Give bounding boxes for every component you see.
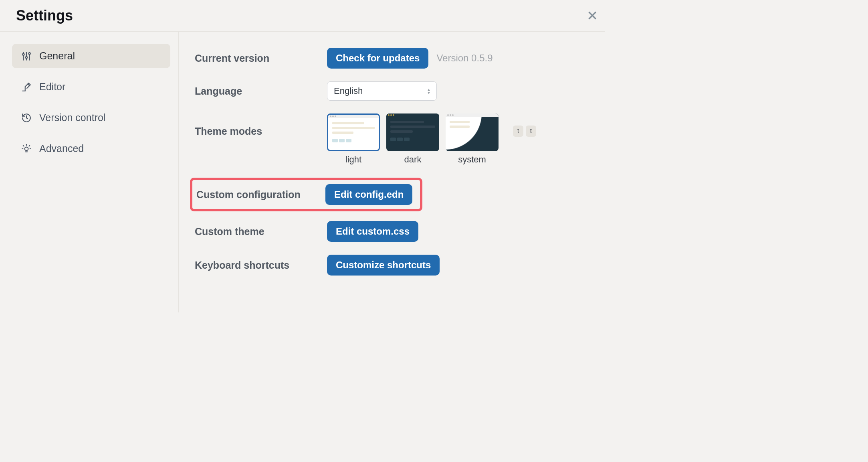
- sidebar-item-editor[interactable]: Editor: [12, 75, 170, 99]
- svg-line-13: [29, 145, 30, 146]
- lightbulb-icon: [21, 143, 32, 154]
- shortcut-badge-1: t: [513, 126, 523, 137]
- settings-sidebar: General Editor Version control: [0, 32, 179, 312]
- svg-point-8: [25, 147, 28, 150]
- theme-label-dark: dark: [404, 154, 422, 165]
- edit-custom-css-button[interactable]: Edit custom.css: [327, 221, 418, 242]
- theme-shortcut-badges: t t: [513, 126, 536, 137]
- theme-option-light[interactable]: light: [327, 113, 380, 165]
- settings-main: Current version Check for updates Versio…: [179, 32, 605, 312]
- page-title: Settings: [16, 7, 73, 24]
- svg-line-7: [26, 118, 28, 119]
- sidebar-item-label: Version control: [39, 112, 105, 124]
- close-icon[interactable]: ✕: [587, 8, 601, 24]
- language-select[interactable]: English ▴▾: [327, 81, 437, 101]
- shortcut-badge-2: t: [526, 126, 536, 137]
- theme-modes-group: light dark system: [327, 113, 536, 165]
- label-custom-theme: Custom theme: [195, 226, 327, 237]
- row-keyboard-shortcuts: Keyboard shortcuts Customize shortcuts: [195, 255, 589, 276]
- customize-shortcuts-button[interactable]: Customize shortcuts: [327, 255, 440, 276]
- pencil-icon: [21, 81, 32, 93]
- check-updates-button[interactable]: Check for updates: [327, 48, 428, 69]
- sidebar-item-general[interactable]: General: [12, 44, 170, 68]
- theme-label-light: light: [345, 154, 361, 165]
- sidebar-item-label: Advanced: [39, 143, 84, 154]
- version-text: Version 0.5.9: [436, 53, 493, 64]
- row-theme-modes: Theme modes light dark: [195, 113, 589, 165]
- row-language: Language English ▴▾: [195, 81, 589, 101]
- sliders-icon: [21, 51, 32, 62]
- row-custom-theme: Custom theme Edit custom.css: [195, 221, 589, 242]
- edit-config-button[interactable]: Edit config.edn: [325, 184, 412, 205]
- svg-point-5: [28, 53, 30, 54]
- highlight-custom-config: Custom configuration Edit config.edn: [190, 178, 422, 211]
- history-icon: [21, 112, 32, 124]
- sidebar-item-advanced[interactable]: Advanced: [12, 136, 170, 161]
- sidebar-item-label: Editor: [39, 81, 65, 93]
- row-current-version: Current version Check for updates Versio…: [195, 48, 589, 69]
- theme-option-system[interactable]: system: [446, 113, 499, 165]
- settings-content: General Editor Version control: [0, 32, 605, 312]
- theme-option-dark[interactable]: dark: [386, 113, 439, 165]
- select-arrows-icon: ▴▾: [428, 88, 430, 94]
- theme-preview-light: [327, 113, 380, 151]
- label-theme-modes: Theme modes: [195, 126, 327, 137]
- settings-header: Settings ✕: [0, 0, 605, 32]
- sidebar-item-version-control[interactable]: Version control: [12, 105, 170, 130]
- theme-label-system: system: [458, 154, 486, 165]
- svg-point-3: [22, 53, 24, 55]
- svg-point-4: [26, 57, 27, 58]
- theme-preview-system: [446, 113, 499, 151]
- label-current-version: Current version: [195, 53, 327, 64]
- label-keyboard-shortcuts: Keyboard shortcuts: [195, 259, 327, 271]
- svg-line-12: [23, 145, 24, 146]
- label-language: Language: [195, 85, 327, 97]
- language-select-value: English: [334, 86, 363, 96]
- theme-preview-dark: [386, 113, 439, 151]
- sidebar-item-label: General: [39, 50, 75, 62]
- label-custom-config: Custom configuration: [196, 189, 325, 201]
